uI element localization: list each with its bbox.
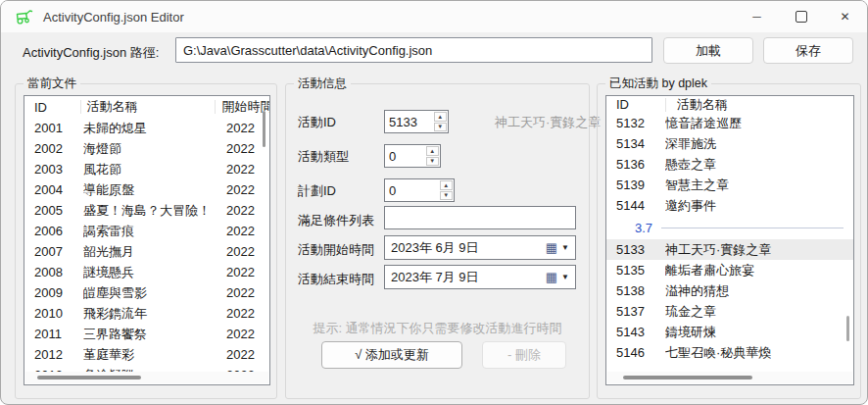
cell-name: 謁索雷痕: [83, 223, 226, 240]
cell-name: 海燈節: [83, 140, 226, 158]
cell-name: 皚塵與雪影: [83, 284, 226, 302]
cell-id: 5143: [606, 325, 665, 339]
cell-start: 2022: [226, 224, 270, 238]
start-time-value: 2023年 6月 9日: [385, 239, 546, 257]
path-input[interactable]: [175, 37, 652, 63]
table-row[interactable]: 2007韶光撫月2022: [24, 241, 269, 262]
table-row[interactable]: 2008謎境懸兵2022: [24, 262, 269, 282]
cell-id: 5135: [606, 263, 665, 278]
current-file-list: ID 活動名稱 開始時間 2001未歸的熄星20222002海燈節2022200…: [24, 95, 270, 385]
calendar-icon: ▦: [546, 271, 557, 283]
dropdown-arrow-icon[interactable]: ▼: [557, 243, 575, 252]
table-row[interactable]: 2003風花節2022: [24, 159, 269, 179]
column-header-id[interactable]: ID: [606, 97, 665, 112]
save-button[interactable]: 保存: [763, 37, 853, 64]
activity-id-input[interactable]: [385, 111, 433, 132]
cell-id: 5132: [606, 116, 665, 130]
current-file-header: ID 活動名稱 開始時間: [24, 96, 269, 118]
column-header-name[interactable]: 活動名稱: [81, 98, 216, 116]
table-row[interactable]: 2006謁索雷痕2022: [24, 221, 269, 241]
spin-up-icon[interactable]: ▲: [426, 146, 439, 156]
cell-name: 深罪施洗: [665, 135, 832, 153]
table-row[interactable]: 5137琉金之章: [606, 301, 853, 322]
table-row[interactable]: 2009皚塵與雪影2022: [24, 282, 269, 303]
app-window: ActivityConfig.json Editor ─ ✕ ActivityC…: [0, 0, 868, 405]
cell-id: 2012: [24, 347, 83, 362]
minimize-icon[interactable]: ─: [735, 1, 779, 32]
cell-name: 導能原盤: [83, 181, 226, 199]
cell-start: 2022: [226, 347, 270, 362]
cell-name: 離垢者肅心旅宴: [665, 262, 832, 279]
cell-id: 2010: [24, 306, 83, 321]
table-row[interactable]: 2005盛夏！海島？大冒險！2022: [24, 200, 269, 221]
cell-id: 5138: [606, 283, 665, 298]
condition-list-input[interactable]: [384, 206, 576, 229]
cell-id: 2004: [24, 182, 83, 197]
cell-start: 2022: [226, 244, 270, 259]
activity-id-spinner: ▲ ▼: [384, 110, 449, 133]
known-activities-list: ID 活動名稱 5132憶音諸途巡歷5134深罪施洗5136懸壺之章5139智慧…: [605, 95, 854, 385]
activity-type-input[interactable]: [385, 145, 425, 167]
cell-id: 5137: [606, 304, 665, 319]
maximize-icon[interactable]: [779, 1, 823, 32]
activity-type-label: 活動類型: [298, 148, 349, 166]
current-file-body: 2001未歸的熄星20222002海燈節20222003風花節20222004導…: [24, 118, 269, 385]
table-row[interactable]: 5132憶音諸途巡歷: [606, 113, 853, 133]
horizontal-scrollbar-thumb[interactable]: [37, 376, 141, 380]
table-row[interactable]: 5138溢神的猜想: [606, 280, 853, 301]
start-time-datepicker[interactable]: 2023年 6月 9日 ▦ ▼: [384, 235, 576, 260]
table-row[interactable]: 2002海燈節2022: [24, 138, 269, 159]
cell-name: 邀約事件: [665, 197, 832, 215]
activity-info-group-title: 活動信息: [294, 76, 351, 92]
spin-up-icon[interactable]: ▲: [440, 180, 454, 190]
table-row[interactable]: 2001未歸的熄星2022: [24, 118, 269, 138]
current-file-group: 當前文件 ID 活動名稱 開始時間 2001未歸的熄星20222002海燈節20…: [15, 83, 277, 399]
cell-id: 2008: [24, 265, 83, 279]
schedule-id-spinner: ▲ ▼: [384, 178, 455, 202]
column-header-id[interactable]: ID: [24, 100, 80, 115]
cell-id: 2009: [24, 285, 83, 300]
table-row[interactable]: 2004導能原盤2022: [24, 179, 269, 200]
activity-name-note: 神工天巧·實錄之章: [495, 114, 601, 131]
spin-up-icon[interactable]: ▲: [434, 112, 447, 122]
load-button[interactable]: 加載: [663, 37, 753, 64]
horizontal-scrollbar[interactable]: [25, 372, 268, 383]
table-row[interactable]: 5136懸壺之章: [606, 154, 853, 175]
close-icon[interactable]: ✕: [823, 1, 867, 32]
spin-down-icon[interactable]: ▼: [440, 191, 454, 201]
end-time-datepicker[interactable]: 2023年 7月 9日 ▦ ▼: [384, 265, 576, 289]
cell-name: 琉金之章: [665, 303, 832, 321]
table-row[interactable]: 2011三界路饗祭2022: [24, 324, 269, 344]
table-row[interactable]: 5143鑄境研煉: [606, 322, 853, 342]
horizontal-scrollbar-thumb[interactable]: [623, 376, 752, 380]
table-row[interactable]: 5146七聖召喚·秘典華煥: [606, 342, 853, 363]
cell-start: 2022: [226, 285, 270, 300]
schedule-id-input[interactable]: [385, 179, 439, 201]
known-activities-header: ID 活動名稱: [606, 96, 853, 113]
table-row[interactable]: 5144邀約事件: [606, 195, 853, 216]
table-row[interactable]: 2012堇庭華彩2022: [24, 344, 269, 365]
cell-id: 2001: [24, 121, 83, 135]
cell-name: 懸壺之章: [665, 156, 832, 174]
table-row[interactable]: 5133神工天巧·實錄之章: [606, 239, 853, 260]
column-header-name[interactable]: 活動名稱: [666, 96, 814, 114]
cell-start: 2022: [226, 162, 270, 177]
spin-buttons: ▲ ▼: [425, 145, 440, 167]
table-row[interactable]: 5139智慧主之章: [606, 175, 853, 195]
table-row[interactable]: 5134深罪施洗: [606, 133, 853, 154]
window-title: ActivityConfig.json Editor: [43, 10, 184, 25]
cell-id: 5146: [606, 345, 665, 360]
add-or-update-button[interactable]: √ 添加或更新: [321, 341, 462, 369]
spin-down-icon[interactable]: ▼: [434, 123, 447, 132]
vertical-scrollbar-thumb[interactable]: [263, 111, 265, 147]
cell-name: 憶音諸途巡歷: [665, 115, 832, 132]
version-group-label: 3.7: [635, 221, 652, 235]
column-header-start[interactable]: 開始時間: [216, 98, 269, 116]
vertical-scrollbar-thumb[interactable]: [846, 316, 849, 341]
spin-down-icon[interactable]: ▼: [426, 157, 439, 167]
spin-buttons: ▲ ▼: [433, 111, 448, 132]
dropdown-arrow-icon[interactable]: ▼: [557, 273, 575, 281]
table-row[interactable]: 5135離垢者肅心旅宴: [606, 260, 853, 280]
table-row[interactable]: 2010飛彩鐫流年2022: [24, 303, 269, 324]
horizontal-scrollbar[interactable]: [607, 372, 852, 383]
